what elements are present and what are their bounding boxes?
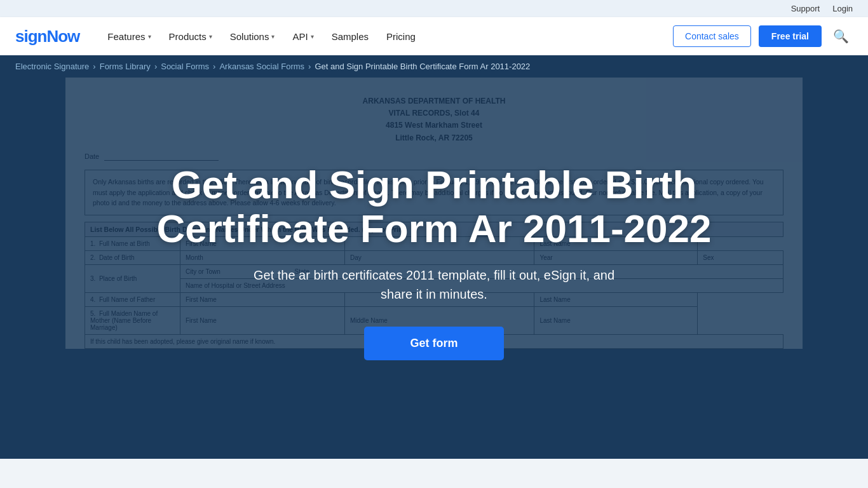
get-form-button[interactable]: Get form: [364, 327, 504, 360]
free-trial-button[interactable]: Free trial: [759, 25, 822, 47]
main-nav: signNow Features ▾ Products ▾ Solutions …: [0, 17, 868, 55]
top-utility-bar: Support Login: [0, 0, 868, 17]
contact-sales-button[interactable]: Contact sales: [673, 25, 751, 47]
support-link[interactable]: Support: [791, 4, 820, 13]
nav-products[interactable]: Products ▾: [161, 26, 220, 47]
breadcrumb-electronic-signature[interactable]: Electronic Signature: [15, 62, 89, 71]
breadcrumb-separator: ›: [308, 62, 311, 71]
chevron-down-icon: ▾: [148, 33, 151, 40]
breadcrumb-separator: ›: [213, 62, 215, 71]
search-button[interactable]: 🔍: [829, 25, 853, 48]
hero-content: Get and Sign Printable Birth Certificate…: [0, 78, 868, 459]
breadcrumb-separator: ›: [93, 62, 95, 71]
nav-features[interactable]: Features ▾: [100, 26, 158, 47]
search-icon: 🔍: [833, 29, 849, 43]
nav-actions: Contact sales Free trial 🔍: [673, 25, 853, 48]
login-link[interactable]: Login: [832, 4, 853, 13]
chevron-down-icon: ▾: [271, 33, 275, 40]
breadcrumb-forms-library[interactable]: Forms Library: [100, 62, 151, 71]
breadcrumb-social-forms[interactable]: Social Forms: [161, 62, 209, 71]
nav-solutions[interactable]: Solutions ▾: [222, 26, 283, 47]
logo[interactable]: signNow: [15, 27, 79, 46]
nav-api[interactable]: API ▾: [285, 26, 321, 47]
hero-title: Get and Sign Printable Birth Certificate…: [148, 163, 720, 250]
nav-links: Features ▾ Products ▾ Solutions ▾ API ▾ …: [100, 26, 673, 47]
breadcrumb-current-page: Get and Sign Printable Birth Certificate…: [315, 62, 530, 71]
hero-section: ARKANSAS DEPARTMENT OF HEALTH VITAL RECO…: [0, 78, 868, 459]
breadcrumb: Electronic Signature › Forms Library › S…: [0, 55, 868, 78]
breadcrumb-arkansas-social-forms[interactable]: Arkansas Social Forms: [219, 62, 304, 71]
chevron-down-icon: ▾: [209, 33, 212, 40]
hero-subtitle: Get the ar birth certificates 2011 templ…: [243, 266, 625, 304]
chevron-down-icon: ▾: [311, 33, 314, 40]
breadcrumb-separator: ›: [154, 62, 157, 71]
nav-samples[interactable]: Samples: [324, 26, 376, 47]
nav-pricing[interactable]: Pricing: [379, 26, 423, 47]
